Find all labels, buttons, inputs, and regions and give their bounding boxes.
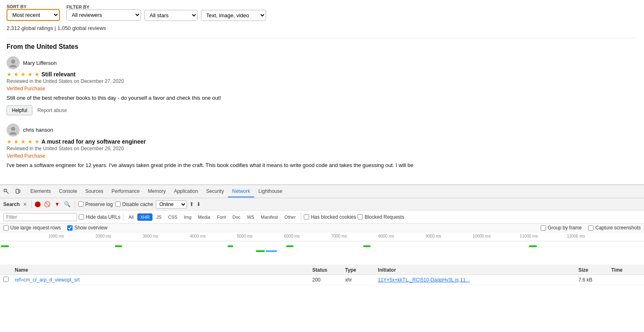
timeline-bar-6	[286, 245, 294, 247]
time-mark-6: 6000 ms	[284, 234, 331, 238]
filter-input[interactable]	[3, 213, 77, 221]
th-time[interactable]: Time	[608, 267, 641, 273]
devtools-panel: Elements Console Sources Performance Mem…	[0, 185, 644, 332]
filter-media[interactable]: Media	[195, 213, 213, 221]
export-har-icon[interactable]: ⬇	[196, 201, 201, 207]
show-overview-checkbox[interactable]	[67, 225, 73, 231]
tab-console[interactable]: Console	[55, 186, 81, 197]
timeline-container: 1000 ms 2000 ms 3000 ms 4000 ms 5000 ms …	[0, 232, 644, 265]
td-name[interactable]: ref=cm_cr_arp_d_viewopt_srt	[11, 277, 309, 283]
hide-data-urls-label: Hide data URLs	[79, 214, 121, 220]
th-status[interactable]: Status	[309, 267, 342, 273]
review-actions: Helpful Report abuse	[7, 105, 637, 115]
th-size[interactable]: Size	[575, 267, 608, 273]
th-type[interactable]: Type	[342, 267, 375, 273]
row-checkbox[interactable]	[3, 277, 9, 282]
filter-select-format[interactable]: Text, image, video All formats	[201, 10, 266, 21]
tab-elements[interactable]: Elements	[26, 186, 55, 197]
tab-application[interactable]: Application	[170, 186, 202, 197]
timeline-bar-4	[256, 250, 265, 252]
time-mark-7: 7000 ms	[331, 234, 378, 238]
preserve-log-checkbox[interactable]	[78, 201, 84, 207]
filter-select-reviewers[interactable]: All reviewers Verified purchase only	[66, 9, 141, 21]
device-toolbar-icon[interactable]	[13, 187, 23, 197]
sort-filter-row: SORT BY Most recent Top reviews FILTER B…	[7, 4, 637, 21]
devtools-icons	[2, 187, 23, 197]
blocked-requests-checkbox[interactable]	[357, 214, 363, 220]
group-by-frame-checkbox[interactable]	[541, 225, 546, 231]
filter-group-reviewers: FILTER BY All reviewers Verified purchas…	[66, 5, 141, 21]
blocked-cookies-checkbox[interactable]	[304, 214, 309, 220]
td-initiator[interactable]: 11Y+5x+kkTL._RC|510-DaqpHv3L.js,11...	[375, 277, 575, 283]
star-3: ★	[20, 138, 26, 145]
sort-select[interactable]: Most recent Top reviews	[7, 9, 60, 21]
filter-img[interactable]: Img	[181, 213, 194, 221]
time-mark-10: 10000 ms	[473, 234, 520, 238]
td-type: xhr	[342, 277, 375, 283]
star-4: ★	[27, 138, 33, 145]
timeline-bar-2	[115, 245, 122, 247]
filter-icon[interactable]: ▼	[54, 201, 61, 207]
import-har-icon[interactable]: ⬆	[189, 201, 194, 207]
report-abuse-link[interactable]: Report abuse	[37, 108, 67, 113]
preserve-log-label: Preserve log	[78, 201, 113, 207]
star-2: ★	[14, 71, 19, 78]
filter-css[interactable]: CSS	[165, 213, 180, 221]
svg-rect-5	[16, 189, 19, 193]
filter-doc[interactable]: Doc	[230, 213, 243, 221]
helpful-button[interactable]: Helpful	[7, 105, 32, 115]
filter-font[interactable]: Font	[214, 213, 229, 221]
filter-select-stars[interactable]: All stars 5 stars 4 stars 3 stars 2 star…	[144, 10, 198, 21]
filter-manifest[interactable]: Manifest	[258, 213, 281, 221]
th-initiator[interactable]: Initiator	[375, 267, 575, 273]
star-5: ★	[34, 138, 40, 145]
table-row[interactable]: ref=cm_cr_arp_d_viewopt_srt 200 xhr 11Y+…	[0, 275, 644, 285]
reviewer-info: Mary Lifferson	[7, 56, 637, 69]
timeline-bar-3	[228, 245, 233, 247]
star-4: ★	[27, 71, 33, 78]
global-ratings: 2,312 global ratings | 1,050 global revi…	[7, 25, 637, 31]
filter-all[interactable]: All	[126, 213, 137, 221]
td-checkbox[interactable]	[3, 277, 11, 283]
hide-data-urls-checkbox[interactable]	[79, 214, 84, 220]
capture-screenshots-checkbox[interactable]	[588, 225, 594, 231]
tab-network[interactable]: Network	[228, 186, 254, 197]
filter-ws[interactable]: WS	[244, 213, 257, 221]
star-2: ★	[14, 138, 19, 145]
filter-js[interactable]: JS	[153, 213, 164, 221]
svg-point-2	[11, 127, 15, 131]
review-text: Still one of the best refresher books to…	[7, 94, 637, 102]
time-mark-11: 11000 ms	[520, 234, 567, 238]
tab-security[interactable]: Security	[202, 186, 228, 197]
timeline-bar-8	[529, 245, 537, 247]
tab-lighthouse[interactable]: Lighthouse	[254, 186, 287, 197]
record-button[interactable]	[35, 201, 41, 207]
disable-cache-checkbox[interactable]	[115, 201, 121, 207]
td-size: 7.6 kB	[575, 277, 608, 283]
review-item-2: chris hanson ★ ★ ★ ★ ★ A must read for a…	[7, 124, 637, 169]
clear-button[interactable]: 🚫	[43, 201, 51, 207]
th-name[interactable]: Name	[11, 267, 309, 273]
use-large-rows-checkbox[interactable]	[3, 225, 9, 231]
tab-performance[interactable]: Performance	[107, 186, 144, 197]
review-text-2: I've been a software engineer for 12 yea…	[7, 161, 637, 169]
throttle-select[interactable]: Online Fast 3G Slow 3G Offline	[156, 200, 187, 208]
search-icon[interactable]: 🔍	[63, 201, 71, 207]
svg-point-3	[9, 132, 17, 135]
blocked-cookies-label: Has blocked cookies	[304, 214, 356, 220]
toolbar-separator-2	[75, 201, 75, 208]
blocked-requests-label: Blocked Requests	[357, 214, 404, 220]
search-close-button[interactable]: ✕	[22, 201, 28, 207]
select-element-icon[interactable]	[2, 187, 11, 197]
tab-sources[interactable]: Sources	[81, 186, 107, 197]
use-large-rows-label: Use large request rows	[3, 225, 61, 231]
svg-rect-4	[4, 189, 7, 192]
time-mark-3: 3000 ms	[143, 234, 190, 238]
filter-xhr[interactable]: XHR	[137, 213, 152, 221]
disable-cache-label: Disable cache	[115, 201, 153, 207]
tab-memory[interactable]: Memory	[144, 186, 170, 197]
filter-label: FILTER BY	[66, 5, 139, 9]
svg-point-1	[9, 65, 17, 67]
avatar	[7, 56, 20, 69]
filter-other[interactable]: Other	[282, 213, 299, 221]
